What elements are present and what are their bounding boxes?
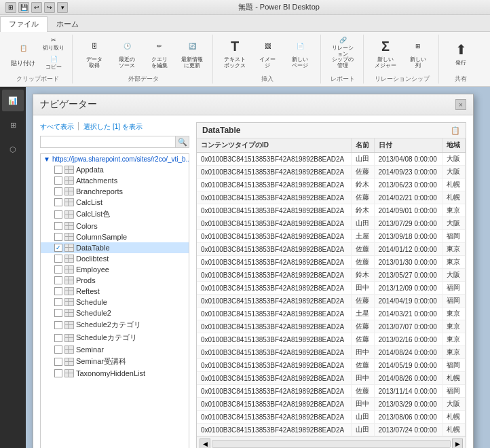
cut-button[interactable]: ✂ 切り取り (41, 35, 67, 52)
publish-button[interactable]: ⬆ 発行 (446, 35, 476, 71)
dialog-title-bar: ナビゲーター × (33, 94, 473, 115)
tree-item[interactable]: CalcList (41, 197, 189, 208)
edit-queries-button[interactable]: ✏ クエリを編集 (145, 35, 174, 71)
redo-icon[interactable]: ↪ (44, 2, 55, 13)
tree-item-checkbox[interactable] (54, 309, 62, 317)
tab-file[interactable]: ファイル (0, 16, 48, 32)
clipboard-items: 📋 貼り付け ✂ 切り取り 📄 コピー (8, 35, 67, 73)
main-area: ナビゲーター × すべて表示 │ 選択した [1] を表示 🔍 (26, 87, 490, 448)
tree-item[interactable]: Seminar受講科 (41, 355, 189, 368)
tree-item[interactable]: ColumnSample (41, 231, 189, 242)
refresh-button[interactable]: 🔄 最新情報に更新 (177, 35, 207, 71)
tree-item-checkbox[interactable] (54, 276, 62, 284)
nav-search-button[interactable]: 🔍 (175, 136, 189, 147)
tree-item-checkbox[interactable] (54, 222, 62, 230)
tree-item[interactable]: Branchreports (41, 186, 189, 197)
tree-item-checkbox[interactable] (54, 187, 62, 195)
more-icon[interactable]: ▾ (57, 2, 68, 13)
undo-icon[interactable]: ↩ (31, 2, 42, 13)
insert-group: T テキストボックス 🖼 イメージ 📄 新しいページ 挿入 (214, 35, 321, 83)
tree-item-checkbox[interactable] (54, 298, 62, 306)
table-cell: 2014/02/21 0:00:00 (374, 191, 442, 204)
table-cell: 2013/01/30 0:00:00 (374, 256, 442, 269)
tree-item[interactable]: CalcList色 (41, 208, 189, 221)
table-row: 0x0100B3C841513853BF42A819892B8EAD2A土屋20… (197, 230, 466, 243)
table-cell: 東京 (442, 307, 466, 320)
tree-item-label: CalcList (76, 198, 102, 206)
show-all-link[interactable]: すべて表示 (40, 122, 74, 132)
dialog-close-button[interactable]: × (455, 99, 466, 110)
tree-item-checkbox[interactable] (54, 321, 62, 329)
paste-button[interactable]: 📋 貼り付け (8, 35, 38, 71)
table-icon (64, 187, 74, 195)
tree-item-checkbox[interactable]: ✓ (54, 244, 62, 252)
scroll-left-button[interactable]: ◀ (200, 438, 210, 448)
tree-item[interactable]: Scheduleカテゴリ (41, 331, 189, 344)
table-row: 0x0100B3C841513853BF42A819892B8EAD2A佐藤20… (197, 320, 466, 333)
table-icon (64, 309, 74, 317)
table-row: 0x0100B3C841513853BF42A819892B8EAD2A田中20… (197, 398, 466, 411)
table-row: 0x0100B3C841513853BF42A819892B8EAD2A佐藤20… (197, 385, 466, 398)
new-measure-button[interactable]: Σ 新しいメジャー (371, 35, 400, 71)
tree-item-checkbox[interactable] (54, 346, 62, 354)
table-cell: 0x0100B3C841513853BF42A819892B8EAD2A (197, 204, 352, 217)
tree-item[interactable]: Employee (41, 264, 189, 275)
table-row: 0x0100B3C841513853BF42A819892B8EAD2A田中20… (197, 372, 466, 385)
table-cell: 大阪 (442, 166, 466, 179)
new-page-button[interactable]: 📄 新しいページ (285, 35, 315, 71)
tab-home[interactable]: ホーム (48, 16, 88, 31)
manage-relationships-button[interactable]: 🔗 リレーションシップの管理 (328, 35, 358, 71)
tree-item[interactable]: Appdata (41, 164, 189, 175)
data-table-container[interactable]: コンテンツタイプのID名前日付地域 0x0100B3C841513853BF42… (197, 138, 466, 436)
table-cell: 2013/07/07 0:00:00 (374, 320, 442, 333)
table-row: 0x0100B3C841513853BF42A819892B8EAD2A佐藤20… (197, 166, 466, 179)
tree-item[interactable]: Prods (41, 275, 189, 286)
tree-item-checkbox[interactable] (54, 210, 62, 219)
tree-item-checkbox[interactable] (54, 287, 62, 295)
table-cell: 0x0100B3C841513853BF42A819892B8EAD2A (197, 217, 352, 230)
tree-item[interactable]: Colors (41, 221, 189, 231)
tree-item-checkbox[interactable] (54, 166, 62, 174)
tree-item-label: CalcList色 (76, 209, 110, 219)
report-view-icon[interactable]: 📊 (2, 90, 24, 111)
tree-item[interactable]: Doclibtest (41, 253, 189, 264)
tree-item[interactable]: Seminar (41, 344, 189, 355)
horizontal-scrollbar[interactable] (212, 440, 451, 448)
tree-item-checkbox[interactable] (54, 265, 62, 274)
tree-item-checkbox[interactable] (54, 358, 62, 366)
save-icon[interactable]: 💾 (18, 2, 29, 13)
tree-item-checkbox[interactable] (54, 369, 62, 377)
recent-sources-button[interactable]: 🕒 最近のソース (112, 35, 142, 71)
tree-item-checkbox[interactable] (54, 334, 62, 342)
tree-root-url: https://jpwa.sharepoint.com/sites/r2co/_… (52, 155, 189, 163)
show-selected-link[interactable]: 選択した [1] を表示 (83, 122, 143, 132)
tree-item[interactable]: Schedule2カテゴリ (41, 318, 189, 331)
tree-item-checkbox[interactable] (54, 176, 62, 185)
data-table: コンテンツタイプのID名前日付地域 0x0100B3C841513853BF42… (197, 138, 466, 436)
image-button[interactable]: 🖼 イメージ (252, 35, 282, 71)
tree-item[interactable]: Attachments (41, 175, 189, 186)
table-cell: 0x0100B3C841513853BF42A819892B8EAD2A (197, 153, 352, 166)
nav-search-input[interactable] (41, 136, 175, 147)
table-cell: 2013/06/23 0:00:00 (374, 179, 442, 191)
share-group: ⬆ 発行 共有 (440, 35, 481, 83)
scroll-right-button[interactable]: ▶ (452, 438, 463, 448)
tree-item-checkbox[interactable] (54, 233, 62, 241)
tree-item-checkbox[interactable] (54, 255, 62, 263)
tree-item[interactable]: Schedule (41, 297, 189, 307)
tree-item[interactable]: Schedule2 (41, 307, 189, 318)
tree-item[interactable]: Reftest (41, 286, 189, 297)
table-row: 0x0100B3C841513853BF42A819892B8EAD2A山田20… (197, 217, 466, 230)
model-view-icon[interactable]: ⬡ (2, 138, 24, 160)
get-data-button[interactable]: 🗄 データ取得 (79, 35, 109, 71)
new-column-button[interactable]: ⊞ 新しい列 (403, 35, 433, 71)
textbox-button[interactable]: T テキストボックス (220, 35, 250, 71)
copy-button[interactable]: 📄 コピー (41, 54, 67, 71)
tree-item[interactable]: TaxonomyHiddenList (41, 368, 189, 379)
tree-item-label: Seminar (76, 346, 104, 354)
tree-item-checkbox[interactable] (54, 198, 62, 206)
tree-item[interactable]: ✓DataTable (41, 242, 189, 253)
data-view-icon[interactable]: ⊞ (2, 114, 24, 136)
paste-icon: 📋 (14, 39, 33, 58)
tree-root-node[interactable]: ▼ https://jpwa.sharepoint.com/sites/r2co… (41, 154, 189, 164)
